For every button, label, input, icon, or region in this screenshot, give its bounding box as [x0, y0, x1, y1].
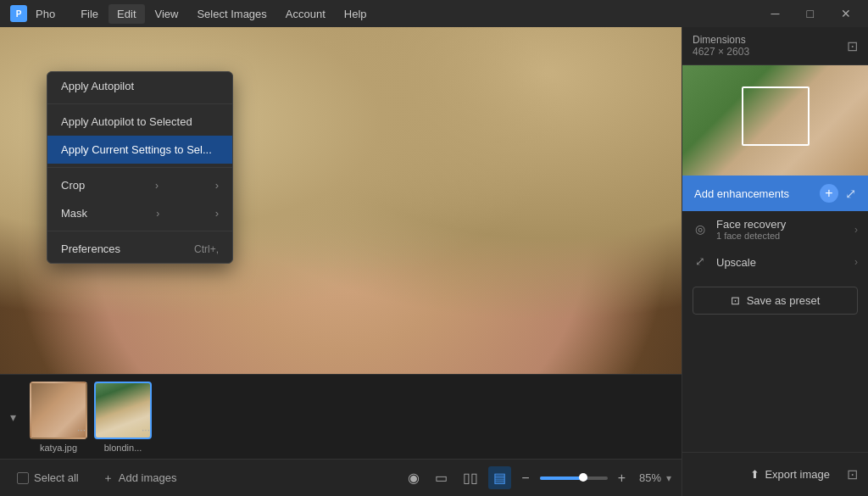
menu-file[interactable]: File — [72, 4, 107, 24]
filmstrip-toggle[interactable]: ▾ — [10, 410, 16, 424]
menu-help[interactable]: Help — [336, 4, 376, 24]
face-recovery-arrow: › — [854, 224, 858, 236]
preview-thumbnail — [682, 65, 868, 176]
save-preset-button[interactable]: ⊡ Save as preset — [693, 287, 858, 315]
zoom-slider[interactable] — [540, 476, 608, 480]
thumbnail-katya-more[interactable]: ··· — [77, 424, 86, 436]
add-enhancements-label: Add enhancements — [694, 187, 789, 200]
dimensions-label: Dimensions — [693, 34, 749, 46]
dropdown-divider-1 — [47, 103, 232, 104]
filmstrip: ▾ katya.jpg ··· blondin... ··· — [0, 374, 682, 459]
dimensions-value: 4627 × 2603 — [693, 46, 749, 58]
export-label: Export image — [765, 468, 830, 481]
upscale-icon: ⤢ — [693, 254, 708, 270]
right-panel: Dimensions 4627 × 2603 ⊡ Add enhancement… — [682, 27, 868, 496]
zoom-chevron[interactable]: ▾ — [666, 472, 671, 484]
zoom-plus-button[interactable]: + — [613, 467, 631, 489]
app-logo: P — [10, 5, 27, 22]
add-images-button[interactable]: ＋ Add images — [96, 467, 184, 489]
zoom-minus-button[interactable]: − — [516, 467, 534, 489]
menu-select-images[interactable]: Select Images — [188, 4, 275, 24]
thumbnail-katya[interactable]: katya.jpg ··· — [30, 382, 87, 453]
menu-edit[interactable]: Edit — [108, 4, 144, 24]
app-title: Pho — [36, 8, 55, 20]
titlebar: P Pho File Edit View Select Images Accou… — [0, 0, 868, 27]
thumbnail-blonde-label: blondin... — [104, 443, 142, 453]
maximize-button[interactable]: □ — [800, 5, 821, 22]
upscale-label: Upscale — [716, 256, 846, 269]
thumbnail-blonde-more[interactable]: ··· — [142, 424, 150, 436]
view-controls: ◉ ▭ ▯▯ ▤ − + 85% ▾ — [403, 466, 671, 489]
edit-dropdown-menu: Apply Autopilot Apply Autopilot to Selec… — [47, 71, 233, 264]
export-icon: ⬆ — [750, 468, 760, 481]
upscale-row[interactable]: ⤢ Upscale › — [682, 248, 868, 276]
menu-crop[interactable]: Crop › — [47, 171, 232, 199]
menu-account[interactable]: Account — [277, 4, 334, 24]
menu-apply-autopilot[interactable]: Apply Autopilot — [47, 72, 232, 100]
panel-bottom: ⬆ Export image ⊡ — [682, 452, 868, 496]
expand-icon: ⤢ — [845, 186, 856, 202]
plus-icon: + — [820, 184, 838, 203]
panel-expand-icon[interactable]: ⊡ — [847, 38, 858, 54]
minimize-button[interactable]: ─ — [765, 5, 787, 22]
canvas-area: Apply Autopilot Apply Autopilot to Selec… — [0, 27, 682, 496]
view-icon-3[interactable]: ▯▯ — [458, 466, 483, 489]
zoom-control: − + 85% ▾ — [516, 467, 671, 489]
window-controls: ─ □ ✕ — [765, 5, 858, 22]
export-button[interactable]: ⬆ Export image — [740, 463, 840, 486]
view-icon-1[interactable]: ◉ — [403, 466, 425, 489]
view-icon-2[interactable]: ▭ — [430, 466, 453, 489]
upscale-arrow: › — [854, 256, 858, 268]
bottom-toolbar: Select all ＋ Add images ◉ ▭ ▯▯ ▤ − + — [0, 459, 682, 496]
dimensions-bar: Dimensions 4627 × 2603 ⊡ — [682, 27, 868, 65]
face-recovery-sublabel: 1 face detected — [716, 231, 846, 241]
save-icon: ⊡ — [731, 294, 740, 307]
menu-apply-autopilot-selected[interactable]: Apply Autopilot to Selected — [47, 108, 232, 136]
titlebar-left: P Pho File Edit View Select Images Accou… — [10, 4, 376, 24]
dropdown-divider-2 — [47, 167, 232, 168]
menu-mask[interactable]: Mask › — [47, 199, 232, 227]
add-enhancements-button[interactable]: Add enhancements + ⤢ — [682, 176, 868, 211]
face-recovery-row[interactable]: ◎ Face recovery 1 face detected › — [682, 211, 868, 248]
menu-apply-current-settings[interactable]: Apply Current Settings to Sel... — [47, 136, 232, 164]
thumbnail-blonde[interactable]: blondin... ··· — [94, 382, 152, 453]
zoom-slider-thumb — [579, 473, 587, 482]
share-icon-button[interactable]: ⊡ — [847, 466, 858, 482]
select-all-label: Select all — [34, 471, 79, 484]
main-layout: Apply Autopilot Apply Autopilot to Selec… — [0, 27, 868, 496]
face-recovery-label: Face recovery — [716, 218, 846, 231]
dropdown-divider-3 — [47, 231, 232, 231]
select-all-checkbox-container[interactable]: Select all — [10, 468, 86, 488]
save-preset-label: Save as preset — [747, 294, 821, 307]
select-all-checkbox[interactable] — [17, 472, 29, 484]
close-button[interactable]: ✕ — [834, 5, 858, 22]
menu-bar: File Edit View Select Images Account Hel… — [72, 4, 375, 24]
menu-view[interactable]: View — [147, 4, 187, 24]
view-icon-4[interactable]: ▤ — [488, 466, 511, 489]
face-detection-box — [742, 86, 810, 146]
zoom-value: 85% — [639, 471, 661, 484]
preferences-shortcut: Ctrl+, — [194, 243, 219, 255]
face-recovery-icon: ◎ — [693, 222, 708, 237]
thumbnail-katya-label: katya.jpg — [40, 443, 77, 453]
menu-preferences[interactable]: Preferences Ctrl+, — [47, 235, 232, 263]
